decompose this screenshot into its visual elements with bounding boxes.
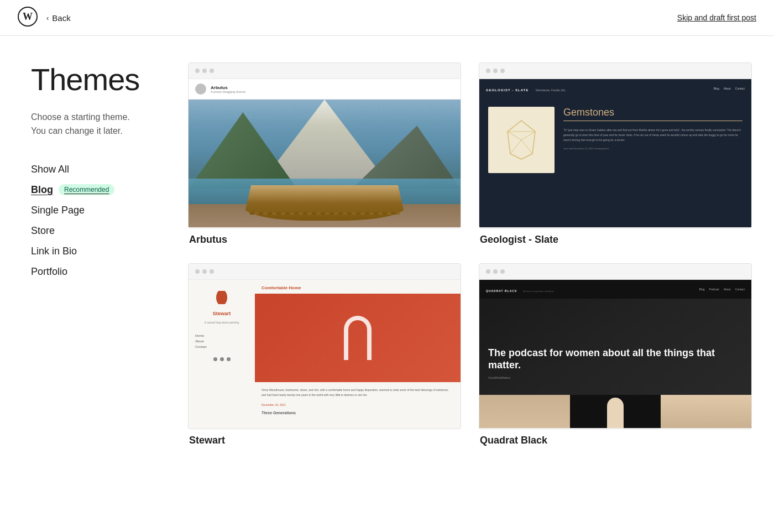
stewart-nav-about: About (195, 340, 248, 343)
window-controls-quadrat (479, 264, 751, 280)
stewart-sidebar-col: Stewart A casual blog about painting Hom… (189, 280, 255, 428)
skip-link[interactable]: Skip and draft first post (677, 13, 756, 22)
theme-preview-quadrat[interactable]: QUADRAT BLACK A home to inspiration and … (479, 263, 752, 429)
quadrat-nav-links: Blog Podcast About Contact (699, 288, 745, 291)
stewart-logo-icon (216, 291, 227, 304)
theme-name-arbutus: Arbutus (188, 234, 461, 246)
boat-planks (250, 212, 400, 215)
quadrat-images-row (479, 395, 751, 428)
quadrat-nav-about: About (724, 288, 731, 291)
geo-gem-image (488, 107, 555, 173)
recommended-badge: Recommended (59, 184, 114, 195)
gem-svg (502, 118, 541, 162)
dot-yellow (202, 269, 207, 274)
sidebar-item-store[interactable]: Store (31, 222, 155, 240)
quadrat-image-1 (479, 395, 570, 428)
arbutus-site-name: Arbutus (211, 85, 245, 90)
quadrat-nav: QUADRAT BLACK A home to inspiration and … (479, 280, 751, 299)
dot-red (486, 69, 490, 73)
stewart-post-title: Comfortable Home (255, 280, 461, 294)
theme-card-quadrat[interactable]: QUADRAT BLACK A home to inspiration and … (479, 263, 752, 446)
svg-line-5 (508, 132, 521, 140)
geo-site-name: GEOLOGIST - SLATE (486, 88, 529, 92)
dot-green (500, 269, 505, 274)
quadrat-nav-blog: Blog (699, 288, 705, 291)
geo-site-info: GEOLOGIST - SLATE Gemstones, Fossils, Et… (486, 84, 566, 93)
page-subtitle: Choose a starting theme. You can change … (31, 110, 155, 138)
dot-yellow (202, 69, 207, 73)
mountain-left (189, 112, 297, 189)
theme-preview-geologist[interactable]: GEOLOGIST - SLATE Gemstones, Fossils, Et… (479, 62, 752, 228)
geo-tagline: Gemstones, Fossils, Etc. (536, 88, 566, 92)
dot-yellow (493, 69, 498, 73)
quadrat-tagline: A home to inspiration and ideas (523, 290, 554, 293)
sidebar: Themes Choose a starting theme. You can … (0, 62, 177, 446)
themes-grid: Arbutus A photo blogging theme Arbutus (177, 62, 774, 446)
facebook-icon (220, 357, 224, 361)
quadrat-hashtag: #JustWhatMatters (488, 376, 742, 379)
stewart-content: Stewart A casual blog about painting Hom… (189, 280, 461, 428)
theme-preview-arbutus[interactable]: Arbutus A photo blogging theme (188, 62, 461, 228)
stewart-blog-desc: A casual blog about painting (205, 321, 239, 325)
dot-red (195, 269, 200, 274)
twitter-icon (213, 357, 217, 361)
back-button[interactable]: ‹ Back (46, 13, 71, 23)
quadrat-brand-info: QUADRAT BLACK A home to inspiration and … (486, 284, 554, 294)
theme-name-quadrat: Quadrat Black (479, 435, 752, 446)
arbutus-avatar (195, 84, 206, 95)
geo-text-area: Gemstones "If I just stop over to Green … (563, 107, 742, 218)
quadrat-image-3 (661, 395, 751, 428)
dot-green (500, 69, 505, 73)
stewart-nav: Home About Contact (195, 334, 248, 348)
geo-nav-about: About (724, 87, 731, 90)
dot-red (486, 269, 490, 274)
window-controls (189, 63, 461, 79)
sidebar-item-link-in-bio[interactable]: Link in Bio (31, 242, 155, 260)
quadrat-nav-podcast: Podcast (709, 288, 719, 291)
quadrat-hero-text: The podcast for women about all the thin… (488, 347, 742, 371)
stewart-inner: Stewart A casual blog about painting Hom… (189, 280, 461, 428)
geo-meta: Jane lamb December 11, 2021 Uncategorize… (563, 147, 742, 150)
wp-logo-icon: W (18, 7, 38, 29)
geo-heading: Gemstones (563, 107, 742, 121)
main-layout: Themes Choose a starting theme. You can … (0, 36, 774, 473)
theme-preview-stewart[interactable]: Stewart A casual blog about painting Hom… (188, 263, 461, 429)
stewart-body-text: Orma Woodhouse, handsome, clever, and ri… (255, 382, 461, 403)
instagram-icon (227, 357, 231, 361)
arbutus-hero-image (189, 100, 461, 227)
stewart-nav-contact: Contact (195, 345, 248, 348)
theme-card-arbutus[interactable]: Arbutus A photo blogging theme Arbutus (188, 62, 461, 246)
header-left: W ‹ Back (18, 7, 71, 29)
sidebar-item-blog[interactable]: Blog Recommended (31, 181, 155, 199)
dot-yellow (493, 269, 498, 274)
quadrat-brand-name: QUADRAT BLACK (486, 289, 517, 293)
arbutus-header: Arbutus A photo blogging theme (189, 79, 461, 100)
arch-shape (344, 316, 372, 360)
dot-green (210, 69, 214, 73)
figure-shape (607, 398, 624, 428)
sidebar-item-single-page[interactable]: Single Page (31, 201, 155, 220)
svg-line-8 (521, 140, 532, 154)
svg-text:W: W (23, 11, 33, 22)
stewart-nav-home: Home (195, 334, 248, 337)
header: W ‹ Back Skip and draft first post (0, 0, 774, 36)
stewart-main-col: Comfortable Home Orma Woodhouse, handsom… (255, 280, 461, 428)
theme-name-geologist: Geologist - Slate (479, 234, 752, 246)
geologist-content: GEOLOGIST - SLATE Gemstones, Fossils, Et… (479, 79, 751, 227)
window-controls-geo (479, 63, 751, 79)
geo-body-text: "If I just stop over to Green Gables aft… (563, 128, 742, 143)
stewart-social (213, 357, 231, 361)
sidebar-item-portfolio[interactable]: Portfolio (31, 263, 155, 281)
back-label: Back (52, 13, 70, 23)
stewart-next-title: Three Generations (255, 411, 461, 415)
theme-card-geologist[interactable]: GEOLOGIST - SLATE Gemstones, Fossils, Et… (479, 62, 752, 246)
quadrat-nav-contact: Contact (735, 288, 745, 291)
svg-line-7 (510, 140, 521, 154)
dot-red (195, 69, 200, 73)
geo-image-area (488, 107, 555, 218)
arbutus-content: Arbutus A photo blogging theme (189, 79, 461, 227)
theme-name-stewart: Stewart (188, 435, 461, 446)
sidebar-item-show-all[interactable]: Show All (31, 160, 155, 179)
back-chevron-icon: ‹ (46, 14, 49, 22)
theme-card-stewart[interactable]: Stewart A casual blog about painting Hom… (188, 263, 461, 446)
